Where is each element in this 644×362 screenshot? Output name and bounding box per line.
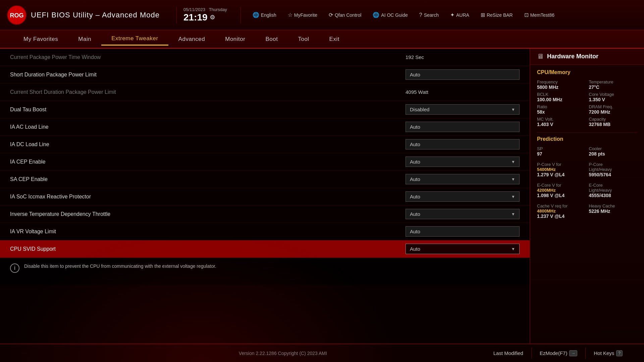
cache-grid: Cache V req for 4800MHz 1.237 V @L4 Heav… bbox=[537, 203, 637, 219]
setting-label: Current Package Power Time Window bbox=[10, 54, 406, 60]
question-icon: ? bbox=[419, 12, 422, 18]
question-mark-icon: ? bbox=[616, 350, 623, 356]
setting-value: 192 Sec bbox=[406, 54, 520, 60]
ecore-grid: E-Core V for 4200MHz 1.098 V @L4 E-Core … bbox=[537, 183, 637, 198]
ia-soc-dropdown[interactable]: Auto ▼ bbox=[406, 191, 520, 202]
rog-logo-icon: ROG bbox=[7, 5, 27, 25]
chevron-down-icon: ▼ bbox=[511, 177, 515, 182]
nav-resizebar[interactable]: ⊞ ReSize BAR bbox=[476, 9, 518, 20]
footer-version: Version 2.22.1286 Copyright (C) 2023 AMI bbox=[80, 351, 485, 356]
nav-english[interactable]: 🌐 English bbox=[248, 9, 281, 20]
menu-extreme-tweaker[interactable]: Extreme Tweaker bbox=[101, 33, 168, 46]
setting-label: Dual Tau Boost bbox=[10, 107, 406, 113]
core-voltage-label: Core Voltage 1.350 V bbox=[589, 92, 638, 102]
last-modified-button[interactable]: Last Modified bbox=[485, 348, 532, 359]
setting-label: IA VR Voltage Limit bbox=[10, 229, 406, 235]
setting-label: Current Short Duration Package Power Lim… bbox=[10, 89, 406, 95]
setting-label: IA CEP Enable bbox=[10, 159, 406, 165]
short-duration-input[interactable]: Auto bbox=[406, 69, 520, 80]
table-row: IA DC Load Line Auto bbox=[0, 136, 530, 153]
cache-v-block: Cache V req for 4800MHz 1.237 V @L4 bbox=[537, 203, 586, 219]
main-layout: Current Package Power Time Window 192 Se… bbox=[0, 49, 644, 344]
temperature-label: Temperature 27°C bbox=[589, 79, 638, 90]
star-icon: ☆ bbox=[288, 12, 292, 18]
nav-memtest[interactable]: ⊡ MemTest86 bbox=[519, 9, 559, 20]
table-row[interactable]: CPU SVID Support Auto ▼ bbox=[0, 240, 530, 258]
footer: Version 2.22.1286 Copyright (C) 2023 AMI… bbox=[0, 344, 644, 362]
menu-monitor[interactable]: Monitor bbox=[215, 33, 255, 45]
header-nav: 🌐 English ☆ MyFavorite ⟳ Qfan Control 🌐 … bbox=[248, 9, 637, 20]
fan-icon: ⟳ bbox=[329, 12, 333, 18]
chevron-down-icon: ▼ bbox=[511, 247, 515, 251]
hotkeys-button[interactable]: Hot Keys ? bbox=[586, 348, 631, 359]
sa-cep-dropdown[interactable]: Auto ▼ bbox=[406, 174, 520, 184]
table-row: IA SoC Iccmax Reactive Protector Auto ▼ bbox=[0, 188, 530, 205]
arrow-icon: → bbox=[569, 350, 577, 356]
setting-label: IA DC Load Line bbox=[10, 141, 406, 147]
info-panel: i Disable this item to prevent the CPU f… bbox=[0, 258, 530, 285]
setting-label: Inverse Temperature Dependency Throttle bbox=[10, 211, 406, 217]
header-divider-2 bbox=[240, 7, 241, 23]
heavy-cache-block: Heavy Cache 5226 MHz bbox=[589, 203, 638, 219]
resize-icon: ⊞ bbox=[481, 12, 485, 18]
table-row: Current Short Duration Package Power Lim… bbox=[0, 83, 530, 101]
cpu-memory-grid: Frequency 5800 MHz Temperature 27°C BCLK… bbox=[537, 79, 637, 127]
nav-myfavorite[interactable]: ☆ MyFavorite bbox=[283, 9, 322, 20]
header-time: 21:19 ⚙ bbox=[183, 12, 215, 23]
capacity-label: Capacity 32768 MB bbox=[589, 117, 638, 127]
table-row: Current Package Power Time Window 192 Se… bbox=[0, 49, 530, 66]
header-datetime: 05/11/2023 Thursday 21:19 ⚙ bbox=[183, 7, 227, 23]
setting-value: 4095 Watt bbox=[406, 89, 520, 95]
sidebar-divider bbox=[537, 132, 637, 133]
nav-qfan[interactable]: ⟳ Qfan Control bbox=[324, 9, 366, 20]
cpu-svid-dropdown[interactable]: Auto ▼ bbox=[406, 244, 520, 254]
ia-cep-dropdown[interactable]: Auto ▼ bbox=[406, 157, 520, 167]
menu-advanced[interactable]: Advanced bbox=[168, 33, 215, 45]
pcore-grid: P-Core V for 5400MHz 1.279 V @L4 P-Core … bbox=[537, 162, 637, 177]
ia-dc-load-input[interactable]: Auto bbox=[406, 139, 520, 149]
table-row: Dual Tau Boost Disabled ▼ bbox=[0, 101, 530, 118]
ia-vr-input[interactable]: Auto bbox=[406, 226, 520, 237]
setting-label: IA SoC Iccmax Reactive Protector bbox=[10, 194, 406, 200]
sidebar-content: CPU/Memory Frequency 5800 MHz Temperatur… bbox=[530, 65, 644, 229]
ratio-label: Ratio 58x bbox=[537, 104, 586, 115]
info-icon: i bbox=[10, 263, 19, 273]
setting-label: IA AC Load Line bbox=[10, 124, 406, 130]
cooler-value-block: Cooler 208 pts bbox=[589, 146, 638, 157]
header-logo: ROG UEFI BIOS Utility – Advanced Mode bbox=[7, 5, 160, 25]
setting-label: SA CEP Enable bbox=[10, 176, 406, 182]
hardware-monitor-title: Hardware Monitor bbox=[547, 53, 598, 60]
ecore-lh-block: E-Core Light/Heavy 4555/4308 bbox=[589, 183, 638, 198]
nav-aioc[interactable]: 🌐 AI OC Guide bbox=[368, 9, 413, 20]
ia-ac-load-input[interactable]: Auto bbox=[406, 122, 520, 132]
ezmode-button[interactable]: EzMode(F7) → bbox=[532, 348, 586, 359]
gear-icon[interactable]: ⚙ bbox=[210, 14, 215, 21]
menu-tool[interactable]: Tool bbox=[288, 33, 319, 45]
menu-boot[interactable]: Boot bbox=[255, 33, 288, 45]
setting-label: Short Duration Package Power Limit bbox=[10, 72, 406, 78]
prediction-grid: SP 97 Cooler 208 pts bbox=[537, 146, 637, 157]
pcore-v-block: P-Core V for 5400MHz 1.279 V @L4 bbox=[537, 162, 586, 177]
inverse-temp-dropdown[interactable]: Auto ▼ bbox=[406, 209, 520, 219]
pcore-lh-block: P-Core Light/Heavy 5950/5764 bbox=[589, 162, 638, 177]
header-divider bbox=[176, 7, 177, 23]
app-title: UEFI BIOS Utility – Advanced Mode bbox=[31, 11, 160, 19]
nav-search[interactable]: ? Search bbox=[414, 10, 444, 20]
menu-favorites[interactable]: My Favorites bbox=[13, 33, 68, 45]
dual-tau-dropdown[interactable]: Disabled ▼ bbox=[406, 104, 520, 115]
menu-main[interactable]: Main bbox=[68, 33, 101, 45]
chevron-down-icon: ▼ bbox=[511, 212, 515, 217]
settings-content: Current Package Power Time Window 192 Se… bbox=[0, 49, 530, 344]
chevron-down-icon: ▼ bbox=[511, 160, 515, 164]
chevron-down-icon: ▼ bbox=[511, 107, 515, 112]
guide-icon: 🌐 bbox=[373, 12, 379, 18]
table-row: Inverse Temperature Dependency Throttle … bbox=[0, 205, 530, 223]
hardware-monitor-sidebar: 🖥 Hardware Monitor CPU/Memory Frequency … bbox=[530, 49, 644, 344]
table-row: IA VR Voltage Limit Auto bbox=[0, 223, 530, 240]
menu-exit[interactable]: Exit bbox=[319, 33, 350, 45]
memory-icon: ⊡ bbox=[524, 12, 529, 18]
svg-text:ROG: ROG bbox=[10, 12, 23, 19]
nav-aura[interactable]: ✦ AURA bbox=[445, 9, 474, 20]
footer-actions: Last Modified EzMode(F7) → Hot Keys ? bbox=[485, 348, 631, 359]
table-row: SA CEP Enable Auto ▼ bbox=[0, 171, 530, 188]
